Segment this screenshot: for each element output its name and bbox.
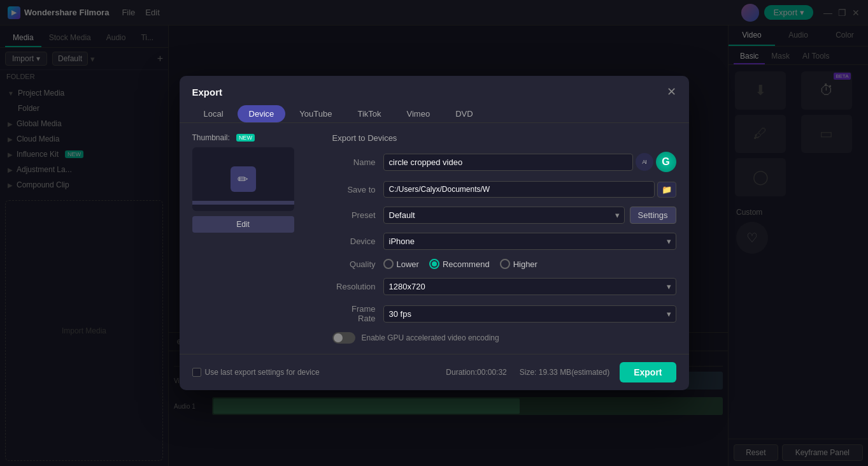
tab-vimeo[interactable]: Vimeo	[395, 105, 442, 122]
grammarly-icon[interactable]: G	[656, 152, 676, 172]
modal-close-button[interactable]: ✕	[667, 85, 676, 99]
thumbnail-section: Thumbnail: NEW ✏ Edit	[192, 133, 320, 344]
last-settings-checkbox-row[interactable]: Use last export settings for device	[192, 368, 320, 377]
export-to-label: Export to Devices	[332, 133, 676, 143]
quality-row: Quality Lower Recommend	[332, 259, 676, 269]
frame-rate-select-wrapper: 30 fps	[383, 305, 676, 323]
device-label: Device	[332, 237, 383, 246]
ai-icon[interactable]: AI	[636, 153, 653, 171]
thumbnail-label-text: Thumbnail:	[192, 133, 230, 142]
modal-title: Export	[192, 87, 223, 98]
duration-label: Duration:00:00:32	[446, 368, 506, 377]
modal-body: Thumbnail: NEW ✏ Edit Export to Devices …	[180, 123, 689, 354]
resolution-select[interactable]: 1280x720	[383, 278, 676, 295]
quality-higher[interactable]: Higher	[500, 259, 537, 269]
last-settings-checkbox[interactable]	[192, 368, 201, 377]
lower-label: Lower	[397, 259, 419, 269]
device-row: Device iPhone	[332, 233, 676, 250]
settings-button[interactable]: Settings	[630, 207, 676, 224]
modal-tabs: Local Device YouTube TikTok Vimeo DVD	[180, 99, 689, 123]
export-final-button[interactable]: Export	[620, 362, 676, 382]
quality-recommend[interactable]: Recommend	[429, 259, 490, 269]
recommend-radio[interactable]	[429, 259, 439, 269]
preset-select[interactable]: Default	[383, 207, 625, 224]
preset-row: Preset Default Settings	[332, 207, 676, 224]
tab-tiktok[interactable]: TikTok	[346, 105, 392, 122]
frame-rate-label: Frame Rate	[332, 304, 383, 323]
recommend-dot	[432, 261, 437, 266]
modal-header: Export ✕	[180, 76, 689, 99]
modal-footer: Use last export settings for device Dura…	[180, 354, 689, 390]
thumbnail-box: ✏	[192, 147, 294, 211]
frame-rate-select[interactable]: 30 fps	[383, 305, 676, 323]
tab-local[interactable]: Local	[192, 105, 235, 122]
higher-radio[interactable]	[500, 259, 510, 269]
export-form: Export to Devices Name AI G Save to 📁	[332, 133, 676, 344]
name-input[interactable]	[383, 154, 633, 171]
resolution-select-wrapper: 1280x720	[383, 278, 676, 295]
name-label: Name	[332, 157, 383, 167]
quality-options: Lower Recommend Higher	[383, 259, 537, 269]
thumbnail-new-badge: NEW	[236, 134, 255, 142]
preset-select-wrapper: Default	[383, 207, 625, 224]
gpu-label: Enable GPU accelerated video encoding	[362, 333, 499, 342]
resolution-row: Resolution 1280x720	[332, 278, 676, 295]
lower-radio[interactable]	[383, 259, 394, 269]
edit-thumbnail-button[interactable]: Edit	[192, 216, 294, 233]
tab-device[interactable]: Device	[238, 105, 286, 122]
device-select-wrapper: iPhone	[383, 233, 676, 250]
toggle-knob	[334, 333, 343, 342]
recommend-label: Recommend	[443, 259, 490, 269]
export-modal: Export ✕ Local Device YouTube TikTok Vim…	[180, 76, 689, 390]
thumbnail-bar	[192, 201, 294, 205]
footer-info: Duration:00:00:32 Size: 19.33 MB(estimat…	[446, 368, 609, 377]
tab-youtube[interactable]: YouTube	[288, 105, 343, 122]
folder-browse-button[interactable]: 📁	[657, 182, 676, 198]
last-settings-label: Use last export settings for device	[205, 368, 320, 377]
device-select[interactable]: iPhone	[383, 233, 676, 250]
path-row: 📁	[383, 181, 676, 198]
quality-label: Quality	[332, 259, 383, 269]
name-row: Name AI G	[332, 152, 676, 172]
resolution-label: Resolution	[332, 282, 383, 291]
thumbnail-label-row: Thumbnail: NEW	[192, 133, 320, 142]
save-path-input[interactable]	[383, 181, 655, 198]
preset-label: Preset	[332, 210, 383, 220]
gpu-toggle[interactable]	[332, 332, 355, 344]
modal-overlay: Export ✕ Local Device YouTube TikTok Vim…	[0, 0, 868, 466]
save-to-label: Save to	[332, 185, 383, 194]
quality-lower[interactable]: Lower	[383, 259, 419, 269]
higher-label: Higher	[513, 259, 537, 269]
size-label: Size: 19.33 MB(estimated)	[520, 368, 609, 377]
thumbnail-pencil-icon: ✏	[231, 166, 256, 192]
gpu-row: Enable GPU accelerated video encoding	[332, 332, 676, 344]
save-to-row: Save to 📁	[332, 181, 676, 198]
tab-dvd[interactable]: DVD	[444, 105, 484, 122]
app-shell: ▶ Wondershare Filmora File Edit Export ▾…	[0, 0, 868, 466]
frame-rate-row: Frame Rate 30 fps	[332, 304, 676, 323]
